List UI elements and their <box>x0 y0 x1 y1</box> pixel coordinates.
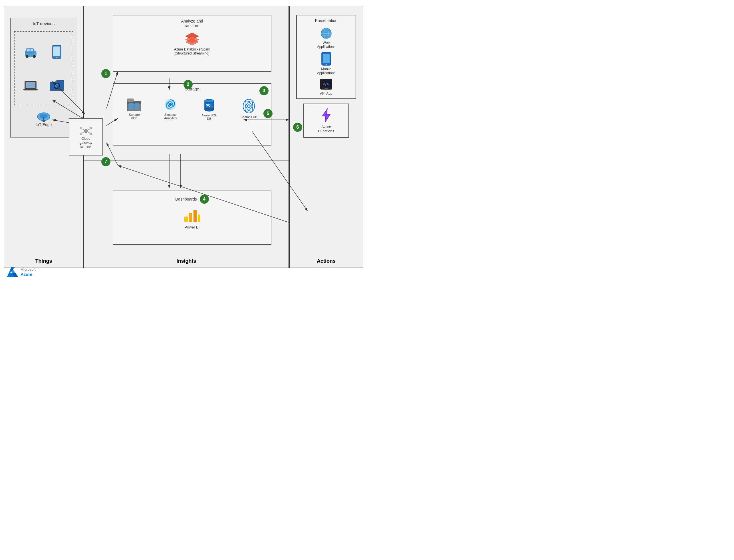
synapse-item: Synapse Analytics <box>163 98 178 120</box>
svg-text:</>: </> <box>323 82 329 86</box>
svg-point-35 <box>90 127 92 129</box>
dashboards-box: Dashboards 4 Power BI <box>113 191 271 245</box>
mobile-apps-item: Mobile Applications <box>300 52 353 75</box>
svg-rect-18 <box>27 49 30 51</box>
dashed-devices-box <box>14 31 73 105</box>
svg-point-74 <box>325 64 327 65</box>
svg-text:SQL: SQL <box>206 104 213 107</box>
presentation-box: Presentation Web Applications <box>296 15 356 99</box>
svg-point-56 <box>205 108 214 111</box>
svg-point-36 <box>80 133 82 135</box>
iot-devices-box: IoT devices <box>10 18 77 138</box>
main-diagram: IoT devices <box>4 6 363 268</box>
storage-blob-label: Storage blob <box>129 113 140 120</box>
svg-point-62 <box>248 105 250 107</box>
azure-functions-label: Azure Functions <box>318 125 334 133</box>
svg-line-40 <box>82 132 84 133</box>
azure-logo-text: Microsoft Azure <box>21 267 36 277</box>
svg-rect-73 <box>323 54 329 63</box>
badge-1: 1 <box>101 69 110 78</box>
svg-line-39 <box>87 129 90 130</box>
azure-sql-item: SQL Azure SQL DB <box>199 97 219 120</box>
svg-point-28 <box>55 84 58 88</box>
svg-point-55 <box>205 99 214 103</box>
cloud-gateway-box: Cloud gateway IoT Hub <box>69 118 103 155</box>
svg-marker-80 <box>322 109 330 122</box>
analyze-title: Analyze and transform <box>181 19 203 28</box>
dashboards-title: Dashboards <box>175 197 197 201</box>
cosmos-db-label: Cosmos DB <box>240 115 257 119</box>
badge-4: 4 <box>200 195 209 204</box>
svg-rect-64 <box>189 213 192 222</box>
panel-insights: Analyze and transform Azure Databricks S… <box>84 6 289 268</box>
analyze-box: Analyze and transform Azure Databricks S… <box>113 15 271 72</box>
badge-6: 6 <box>293 123 302 132</box>
insights-label: Insights <box>84 258 288 264</box>
synapse-label: Synapse Analytics <box>164 113 177 120</box>
svg-rect-63 <box>184 217 188 222</box>
storage-box: Storage 3 <box>113 83 271 146</box>
camera-icon <box>45 71 68 100</box>
storage-title: Storage <box>113 87 271 91</box>
power-bi-label: Power BI <box>185 225 200 229</box>
badge-7: 7 <box>101 157 110 166</box>
svg-line-41 <box>87 132 90 133</box>
mobile-apps-label: Mobile Applications <box>317 67 335 75</box>
api-app-item: </> API App <box>300 78 353 96</box>
svg-rect-24 <box>26 82 35 88</box>
presentation-title: Presentation <box>315 18 337 23</box>
iot-hub-label: IoT Hub <box>80 145 92 149</box>
svg-rect-66 <box>198 215 200 222</box>
svg-rect-47 <box>127 99 133 102</box>
svg-rect-79 <box>323 89 329 90</box>
iot-devices-label: IoT devices <box>11 21 77 26</box>
svg-point-22 <box>56 57 57 58</box>
laptop-icon <box>19 71 42 100</box>
analyze-service-label: Azure Databricks Spark (Structured Strea… <box>174 47 210 55</box>
storage-icons-row: Storage blob Synapse Analytics <box>113 97 271 120</box>
badge-2: 2 <box>183 80 193 89</box>
svg-rect-21 <box>53 47 60 56</box>
svg-rect-65 <box>193 210 197 222</box>
azure-functions-box: Azure Functions <box>303 104 349 138</box>
svg-point-37 <box>90 133 92 135</box>
insights-divider <box>84 160 288 161</box>
svg-rect-48 <box>129 103 133 107</box>
svg-rect-19 <box>31 49 33 51</box>
device-icons-grid <box>15 32 73 105</box>
azure-sql-label: Azure SQL DB <box>199 114 219 120</box>
azure-logo: Microsoft Azure <box>7 267 36 277</box>
svg-rect-51 <box>135 107 139 110</box>
svg-rect-25 <box>23 89 38 90</box>
web-apps-label: Web Applications <box>317 41 335 49</box>
things-label: Things <box>4 258 83 264</box>
svg-point-53 <box>169 103 172 106</box>
svg-point-33 <box>84 129 88 133</box>
svg-rect-49 <box>135 103 139 107</box>
iot-edge-label: IoT Edge <box>36 122 52 127</box>
badge-3: 3 <box>259 86 268 95</box>
cloud-gateway-label: Cloud gateway <box>80 137 92 145</box>
api-app-label: API App <box>320 92 332 96</box>
svg-rect-50 <box>129 107 133 110</box>
cosmos-db-item: Cosmos DB <box>240 99 257 119</box>
badge-5: 5 <box>263 109 272 118</box>
svg-rect-78 <box>324 88 328 89</box>
panel-actions: Presentation Web Applications <box>289 6 363 268</box>
actions-label: Actions <box>290 258 363 264</box>
iot-edge-area: IoT Edge <box>11 111 77 127</box>
svg-point-34 <box>80 127 82 129</box>
storage-blob-item: Storage blob <box>127 98 141 120</box>
web-apps-item: Web Applications <box>300 27 353 49</box>
panel-things: IoT devices <box>4 6 84 268</box>
svg-line-38 <box>82 129 84 130</box>
tablet-icon <box>45 36 68 68</box>
car-icon <box>19 36 42 68</box>
actions-content: Presentation Web Applications <box>290 6 363 268</box>
